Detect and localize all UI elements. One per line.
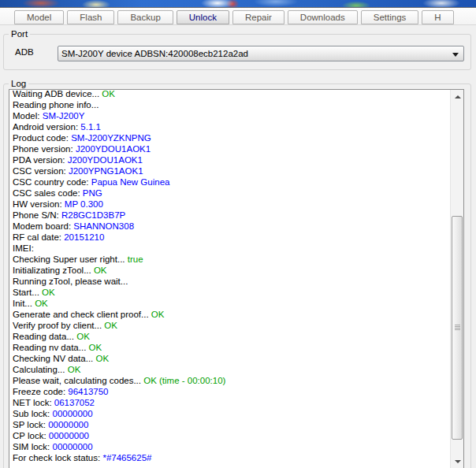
log-line: Checking Super user right... true [13,254,448,265]
tab-label: H [434,13,441,22]
port-groupbox: Port ADB SM-J200Y device ADBSN:420008ecb… [3,34,471,70]
tab-unlock[interactable]: Unlock [177,10,229,24]
log-line: NET lock: 06137052 [13,397,448,408]
tab-h[interactable]: H [422,10,453,24]
log-line: HW version: MP 0.300 [13,199,448,210]
tab-flash[interactable]: Flash [67,10,114,24]
log-group-label: Log [9,79,28,89]
tab-label: Model [27,13,51,22]
tab-label: Flash [80,13,102,22]
tab-model[interactable]: Model [14,10,64,24]
log-line: Initializating zTool... OK [13,265,448,276]
log-scrollbar[interactable] [450,90,463,468]
log-line: CSC version: J200YPNG1AOK1 [13,165,448,176]
tab-label: Settings [374,13,407,22]
log-line: Running zTool, please wait... [13,276,448,287]
log-line: Init... OK [13,298,448,309]
tab-repair[interactable]: Repair [232,10,284,24]
tab-settings[interactable]: Settings [361,10,419,24]
log-line: Phone S/N: R28GC1D3B7P [13,210,448,221]
log-line: Calculating... OK [13,364,448,375]
log-line: Reading phone info... [13,99,448,110]
log-line: Checking NV data... OK [13,353,448,364]
device-select[interactable]: SM-J200Y device ADBSN:420008ecb212a2ad [58,46,464,61]
tab-label: Backup [130,13,160,22]
log-line: CP lock: 00000000 [13,430,448,441]
log-content: Waiting ADB device... OKReading phone in… [13,89,448,463]
tab-label: Unlock [189,13,217,22]
triangle-up-icon [455,95,461,98]
app-window: ModelFlashBackupUnlockRepairDownloadsSet… [0,0,476,468]
log-line: Generate and check client proof... OK [13,309,448,320]
log-line: CSC country code: Papua New Guinea [13,176,448,188]
grip-lines-icon [455,325,460,331]
log-line: Verify proof by client... OK [13,320,448,331]
log-line: SP lock: 00000000 [13,419,448,430]
log-output[interactable]: Waiting ADB device... OKReading phone in… [9,89,464,468]
log-line: Waiting ADB device... OK [13,89,448,99]
log-line: CSC sales code: PNG [13,188,448,199]
desktop-wallpaper-strip [0,0,476,7]
log-line: RF cal date: 20151210 [13,232,448,243]
tab-bar: ModelFlashBackupUnlockRepairDownloadsSet… [0,8,476,25]
log-line: Please wait, calculating codes... OK (ti… [13,375,448,386]
tab-label: Downloads [300,13,345,22]
tab-downloads[interactable]: Downloads [288,10,358,24]
log-line: Model: SM-J200Y [13,110,448,121]
tab-backup[interactable]: Backup [117,10,173,24]
log-line: Android version: 5.1.1 [13,121,448,132]
log-line: For check lock status: *#7465625# [13,452,448,463]
log-line: Freeze code: 96413750 [13,386,448,397]
log-line: Reading data... OK [13,331,448,342]
log-line: Modem board: SHANNON308 [13,221,448,232]
port-group-label: Port [9,29,30,39]
log-line: PDA version: J200YDOU1AOK1 [13,154,448,165]
chevron-down-icon[interactable] [452,53,459,57]
log-line: Sub lock: 00000000 [13,408,448,419]
log-line: Product code: SM-J200YZKNPNG [13,132,448,143]
log-line: Start... OK [13,287,448,298]
log-line: Phone version: J200YDOU1AOK1 [13,143,448,154]
log-line: IMEI: [13,243,448,254]
scrollbar-thumb[interactable] [452,216,463,440]
tab-label: Repair [245,13,272,22]
triangle-down-icon [455,460,461,463]
adb-port-label: ADB [15,47,34,57]
device-select-value: SM-J200Y device ADBSN:420008ecb212a2ad [61,49,248,58]
log-line: SIM lock: 00000000 [13,441,448,452]
log-groupbox: Log Waiting ADB device... OKReading phon… [3,84,471,468]
scroll-up-button[interactable] [451,90,464,103]
scroll-down-button[interactable] [451,455,464,468]
log-line: Reading nv data... OK [13,342,448,353]
